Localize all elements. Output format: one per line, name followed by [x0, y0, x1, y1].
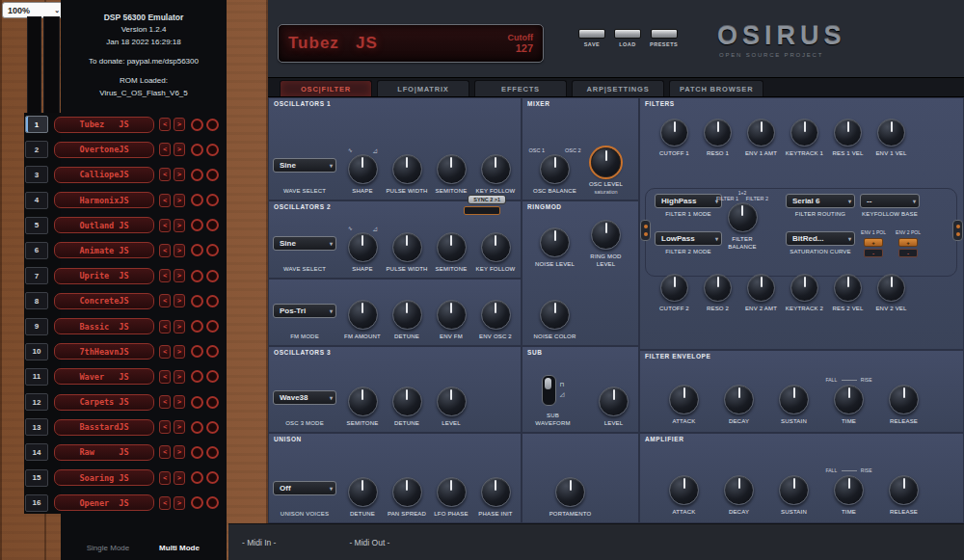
- knob-dial[interactable]: [877, 274, 905, 302]
- knob-shape[interactable]: ∿◿SHAPE: [340, 226, 385, 274]
- knob-noise-color[interactable]: NOISE COLOR: [529, 300, 580, 341]
- knob-dial[interactable]: [348, 477, 378, 507]
- knob-dial[interactable]: [660, 274, 688, 302]
- knob-dial[interactable]: [728, 202, 758, 232]
- patch-circle-button-b[interactable]: [206, 119, 219, 131]
- patch-prev-button[interactable]: <: [159, 395, 171, 409]
- filter-routing-select[interactable]: Serial 6▾ FILTER ROUTING: [786, 194, 855, 219]
- knob-dial[interactable]: [704, 274, 732, 302]
- knob-dial[interactable]: [889, 385, 919, 414]
- patch-circle-button-b[interactable]: [206, 169, 219, 181]
- patch-name-button[interactable]: Tubez JS: [54, 117, 154, 133]
- midi-in-select[interactable]: - Midi In -: [242, 538, 276, 547]
- knob-dial[interactable]: [591, 220, 621, 250]
- knob-dial[interactable]: [481, 477, 511, 507]
- knob-dial[interactable]: [481, 154, 511, 184]
- knob-dial[interactable]: [348, 232, 378, 262]
- patch-name-button[interactable]: Outland JS: [54, 217, 154, 233]
- patch-name-button[interactable]: Bassic JS: [54, 318, 154, 334]
- knob-env-fm[interactable]: ENV FM: [429, 300, 473, 341]
- patch-prev-button[interactable]: <: [159, 168, 171, 181]
- knob-decay[interactable]: DECAY: [711, 385, 766, 426]
- knob-dial[interactable]: [790, 119, 818, 147]
- patch-number-cell[interactable]: 13: [25, 418, 48, 436]
- patch-next-button[interactable]: >: [174, 194, 185, 207]
- patch-number-cell[interactable]: 11: [25, 368, 48, 386]
- patch-prev-button[interactable]: <: [159, 194, 171, 207]
- knob-dial[interactable]: [437, 387, 467, 416]
- knob-dial[interactable]: [779, 475, 809, 505]
- knob-dial[interactable]: [481, 232, 511, 262]
- patch-circle-button-b[interactable]: [206, 345, 219, 358]
- knob-release[interactable]: RELEASE: [876, 475, 931, 517]
- knob-dial[interactable]: [348, 300, 378, 330]
- patch-name-button[interactable]: Animate JS: [54, 242, 154, 258]
- knob-dial[interactable]: [540, 300, 570, 330]
- patch-circle-button-a[interactable]: [191, 194, 203, 206]
- patch-next-button[interactable]: >: [174, 420, 185, 434]
- patch-name-button[interactable]: Uprite JS: [54, 268, 154, 284]
- patch-next-button[interactable]: >: [174, 370, 185, 384]
- knob-level[interactable]: LEVEL: [429, 387, 473, 428]
- midi-out-select[interactable]: - Midi Out -: [349, 538, 389, 547]
- knob-sustain[interactable]: SUSTAIN: [766, 385, 821, 426]
- knob-keytrack-1[interactable]: KEYTRACK 1: [783, 119, 826, 158]
- patch-circle-button-b[interactable]: [206, 446, 219, 459]
- knob-dial[interactable]: [540, 227, 570, 257]
- knob-reso-1[interactable]: RESO 1: [696, 119, 739, 158]
- patch-prev-button[interactable]: <: [159, 445, 171, 459]
- knob-dial[interactable]: [669, 475, 699, 505]
- patch-next-button[interactable]: >: [174, 219, 185, 232]
- save-button[interactable]: [578, 29, 605, 39]
- patch-next-button[interactable]: >: [174, 496, 185, 510]
- patch-prev-button[interactable]: <: [159, 420, 171, 434]
- patch-name-button[interactable]: Opener JS: [54, 494, 154, 511]
- patch-prev-button[interactable]: <: [159, 294, 171, 307]
- knob-res-2-vel[interactable]: RES 2 VEL: [826, 274, 870, 313]
- knob-env-2-amt[interactable]: ENV 2 AMT: [739, 274, 783, 313]
- knob-dial[interactable]: [779, 385, 809, 414]
- knob-pulse-width[interactable]: PULSE WIDTH: [385, 232, 429, 274]
- patch-name-button[interactable]: OvertoneJS: [54, 142, 154, 158]
- patch-name-button[interactable]: CalliopeJS: [54, 167, 154, 183]
- patch-circle-button-a[interactable]: [191, 320, 203, 333]
- knob-semitone[interactable]: SEMITONE: [429, 232, 473, 274]
- patch-circle-button-b[interactable]: [206, 370, 219, 383]
- knob-dial[interactable]: [555, 477, 585, 507]
- load-button[interactable]: [614, 29, 641, 39]
- patch-circle-button-a[interactable]: [191, 446, 203, 459]
- patch-prev-button[interactable]: <: [159, 345, 171, 359]
- knob-dial[interactable]: [348, 387, 378, 416]
- patch-number-cell[interactable]: 10: [25, 343, 48, 360]
- filter1-mode-select[interactable]: HighPass▾ FILTER 1 MODE: [655, 194, 722, 219]
- filter2-mode-select[interactable]: LowPass▾ FILTER 2 MODE: [655, 231, 722, 256]
- patch-next-button[interactable]: >: [174, 269, 185, 282]
- patch-number-cell[interactable]: 16: [25, 494, 48, 512]
- knob-cutoff-2[interactable]: CUTOFF 2: [653, 274, 696, 313]
- patch-circle-button-a[interactable]: [191, 144, 203, 156]
- knob-env-1-amt[interactable]: ENV 1 AMT: [739, 119, 783, 158]
- knob-pulse-width[interactable]: PULSE WIDTH: [385, 154, 429, 196]
- knob-dial[interactable]: [348, 154, 378, 184]
- knob-semitone[interactable]: SEMITONE: [429, 154, 473, 196]
- env2-polarity-minus-button[interactable]: -: [898, 249, 918, 257]
- patch-name-button[interactable]: Soaring JS: [54, 469, 154, 486]
- patch-circle-button-a[interactable]: [191, 119, 203, 131]
- knob-pan-spread[interactable]: PAN SPREAD: [385, 477, 429, 519]
- patch-circle-button-a[interactable]: [191, 345, 203, 358]
- knob-res-1-vel[interactable]: RES 1 VEL: [826, 119, 870, 158]
- knob-osc-level[interactable]: OSC LEVELsaturation: [580, 147, 631, 196]
- knob-release[interactable]: RELEASE: [876, 385, 931, 426]
- patch-prev-button[interactable]: <: [159, 370, 171, 384]
- patch-circle-button-b[interactable]: [206, 219, 219, 231]
- knob-time[interactable]: FALLRISETIME: [821, 467, 876, 517]
- knob-dial[interactable]: [889, 475, 919, 505]
- knob-dial[interactable]: [599, 387, 629, 416]
- patch-circle-button-a[interactable]: [191, 496, 203, 509]
- knob-semitone[interactable]: SEMITONE: [340, 387, 385, 428]
- knob-dial[interactable]: [747, 119, 775, 147]
- patch-circle-button-b[interactable]: [206, 496, 219, 509]
- knob-dial[interactable]: [437, 232, 467, 262]
- knob-dial[interactable]: [392, 154, 422, 184]
- patch-name-button[interactable]: HarmonixJS: [54, 192, 154, 208]
